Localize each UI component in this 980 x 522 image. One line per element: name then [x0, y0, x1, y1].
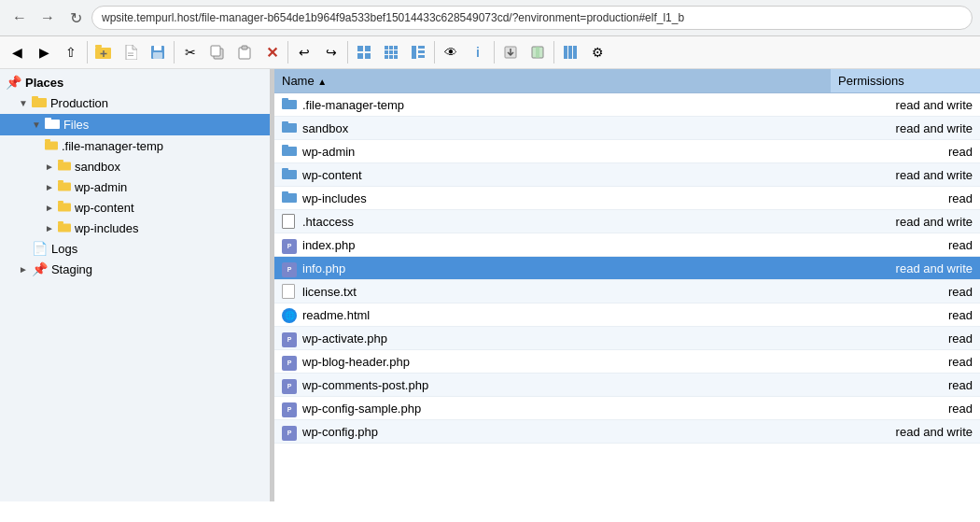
svg-rect-48 — [58, 201, 63, 204]
file-type-icon — [282, 284, 297, 299]
svg-rect-42 — [45, 139, 50, 142]
tb-undo-button[interactable]: ↩ — [291, 39, 317, 65]
tb-newfile-button[interactable] — [118, 39, 144, 65]
table-row[interactable]: wp-content read and write — [274, 163, 980, 187]
file-permissions-cell: read — [831, 303, 980, 327]
svg-rect-49 — [58, 224, 71, 233]
tb-settings-button[interactable]: ⚙ — [584, 39, 610, 65]
svg-rect-43 — [58, 162, 71, 171]
sidebar-item-wp-content[interactable]: ► wp-content — [0, 197, 270, 218]
tb-newfolder-button[interactable] — [91, 39, 117, 65]
tb-columns-button[interactable] — [557, 39, 583, 65]
table-row[interactable]: 🌐 readme.html read — [274, 303, 980, 327]
table-row[interactable]: P index.php read — [274, 233, 980, 257]
svg-rect-59 — [282, 193, 297, 203]
sidebar-staging[interactable]: ► 📌 Staging — [0, 259, 270, 279]
file-type-icon: P — [282, 331, 297, 346]
sidebar-files[interactable]: ▼ Files — [0, 114, 270, 135]
col-name-label: Name — [282, 74, 315, 88]
file-permissions-cell: read and write — [831, 163, 980, 187]
logs-icon: 📄 — [32, 241, 48, 256]
sidebar-item-logs[interactable]: 📄 Logs — [0, 238, 270, 259]
sidebar-item-wp-includes[interactable]: ► wp-includes — [0, 218, 270, 238]
address-bar[interactable] — [91, 6, 973, 30]
tb-small-grid-button[interactable] — [378, 39, 404, 65]
file-permissions-cell: read — [831, 374, 980, 397]
tb-forward-button[interactable]: ▶ — [31, 39, 57, 65]
table-row[interactable]: wp-includes read — [274, 187, 980, 210]
tb-back-button[interactable]: ◀ — [4, 39, 30, 65]
files-arrow: ▼ — [32, 120, 41, 130]
table-row[interactable]: license.txt read — [274, 280, 980, 303]
file-name-label: wp-config.php — [302, 425, 378, 439]
svg-rect-26 — [412, 46, 416, 59]
tb-up-button[interactable]: ⇧ — [58, 39, 84, 65]
tb-extract-button[interactable] — [497, 39, 524, 65]
sidebar-item-file-manager-temp[interactable]: .file-manager-temp — [0, 135, 270, 156]
production-arrow: ▼ — [19, 98, 28, 108]
item-label: Logs — [51, 242, 77, 256]
reload-button[interactable]: ↻ — [63, 6, 88, 30]
file-permissions-cell: read and write — [831, 117, 980, 140]
tb-sep-1 — [87, 41, 88, 63]
table-row[interactable]: P wp-config-sample.php read — [274, 397, 980, 420]
table-row[interactable]: P wp-blog-header.php read — [274, 350, 980, 374]
table-row[interactable]: .htaccess read and write — [274, 210, 980, 233]
file-type-icon — [282, 167, 297, 182]
col-name-header[interactable]: Name ▲ — [274, 69, 831, 93]
tb-sep-3 — [287, 41, 288, 63]
tb-info-button[interactable]: i — [465, 39, 491, 65]
file-list: Name ▲ Permissions .file-manager-temp re… — [274, 69, 980, 501]
file-permissions-cell: read — [831, 233, 980, 257]
file-name-cell: P index.php — [274, 233, 831, 257]
tb-sep-2 — [174, 41, 175, 63]
table-row[interactable]: P wp-activate.php read — [274, 327, 980, 350]
svg-rect-17 — [385, 46, 388, 49]
svg-rect-35 — [568, 46, 572, 59]
file-permissions-cell: read and write — [831, 420, 980, 444]
tb-delete-button[interactable]: ✕ — [259, 39, 285, 65]
file-name-label: wp-activate.php — [302, 332, 387, 346]
svg-rect-16 — [365, 53, 371, 59]
col-permissions-header[interactable]: Permissions — [831, 69, 980, 93]
file-name-cell: license.txt — [274, 280, 831, 303]
svg-rect-44 — [58, 160, 63, 162]
tb-redo-button[interactable]: ↪ — [318, 39, 344, 65]
file-name-cell: wp-content — [274, 163, 831, 187]
table-row[interactable]: P info.php read and write — [274, 257, 980, 280]
svg-rect-25 — [394, 55, 398, 59]
tb-cut-button[interactable]: ✂ — [177, 39, 203, 65]
tb-save-button[interactable] — [145, 39, 171, 65]
svg-rect-54 — [282, 121, 288, 124]
file-name-label: wp-comments-post.php — [302, 378, 428, 392]
browser-nav: ← → ↻ — [0, 0, 980, 35]
production-folder-icon — [32, 95, 47, 111]
tb-copy-button[interactable] — [204, 39, 231, 65]
table-row[interactable]: wp-admin read — [274, 140, 980, 163]
svg-rect-28 — [418, 50, 425, 53]
file-name-cell: sandbox — [274, 117, 831, 140]
file-type-icon: 🌐 — [282, 307, 297, 322]
table-row[interactable]: sandbox read and write — [274, 117, 980, 140]
sort-arrow-icon: ▲ — [317, 77, 327, 87]
sidebar-production[interactable]: ▼ Production — [0, 92, 270, 114]
table-row[interactable]: P wp-comments-post.php read — [274, 374, 980, 397]
svg-rect-56 — [282, 145, 288, 148]
sidebar-places[interactable]: 📌 Places — [0, 69, 270, 92]
tb-compress-button[interactable] — [525, 39, 551, 65]
svg-rect-46 — [58, 180, 63, 183]
file-type-icon: P — [282, 377, 297, 392]
sidebar-item-sandbox[interactable]: ► sandbox — [0, 156, 270, 176]
tb-preview-button[interactable]: 👁 — [438, 39, 464, 65]
back-button[interactable]: ← — [7, 6, 32, 30]
table-row[interactable]: .file-manager-temp read and write — [274, 93, 980, 117]
tb-detail-view-button[interactable] — [405, 39, 431, 65]
table-row[interactable]: P wp-config.php read and write — [274, 420, 980, 444]
file-type-icon — [282, 214, 297, 229]
tb-paste-button[interactable] — [231, 39, 258, 65]
file-type-icon — [282, 97, 297, 112]
svg-rect-52 — [282, 98, 288, 101]
tb-grid-view-button[interactable] — [351, 39, 377, 65]
sidebar-item-wp-admin[interactable]: ► wp-admin — [0, 176, 270, 197]
forward-button[interactable]: → — [35, 6, 60, 30]
